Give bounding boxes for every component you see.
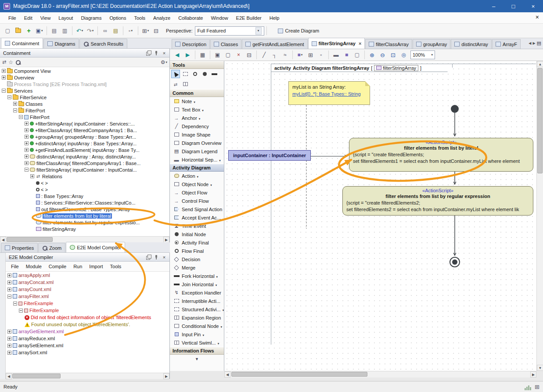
palette-item-dependency[interactable]: Dependency [170,122,224,130]
layout-button[interactable] [140,26,151,36]
scroll-right-icon[interactable] [163,237,169,243]
compiler-menu-compile[interactable]: Compile [45,263,70,270]
chevron-down-icon[interactable] [219,324,222,329]
tab-diagrams[interactable]: Diagrams [43,39,79,48]
palette-item-text-box[interactable]: Text Box [170,105,224,114]
tab-properties[interactable]: Properties [1,243,38,252]
scroll-left-icon[interactable] [224,371,230,378]
tab-e2e-model-compiler[interactable]: E2E Model Compiler [66,242,125,252]
zoom-out-icon[interactable] [378,50,388,60]
oval-select-tool[interactable] [191,70,199,78]
compiler-menu-module[interactable]: Module [22,263,45,270]
close-tab-icon[interactable] [359,41,361,46]
paste-button[interactable] [223,50,233,60]
palette-item-object-flow[interactable]: Object Flow [170,188,224,197]
scroll-left-icon[interactable] [6,373,12,379]
line-style-bezier-button[interactable] [280,50,290,60]
scroll-down-icon[interactable] [537,365,543,371]
snap-button[interactable] [316,50,326,60]
save-button[interactable] [34,26,44,36]
expand-toggle[interactable] [7,330,11,334]
palette-item-decision[interactable]: Decision [170,255,224,263]
expand-toggle[interactable] [25,148,29,152]
compiler-item[interactable]: FilterExample [6,307,169,314]
palette-item-merge[interactable]: Merge [170,263,224,272]
tab-scroll-right-icon[interactable] [532,40,535,46]
show-grid-button[interactable] [306,50,316,60]
chevron-down-icon[interactable] [201,332,204,337]
tree-item[interactable]: FilterService [0,94,169,101]
tree-item[interactable]: filterStringArray [0,226,169,232]
scroll-thumb[interactable] [7,237,53,242]
perspective-select[interactable]: Full Featured ▾ [195,26,264,36]
compiler-menu-tools[interactable]: Tools [107,263,125,270]
fill-color-button[interactable] [295,50,305,60]
hyperlink-button[interactable] [100,26,110,36]
scroll-up-icon[interactable] [537,61,543,67]
diagram-vscrollbar[interactable] [536,61,543,371]
shape-outline-button[interactable] [352,50,362,60]
compiler-item[interactable]: arraySetElement.xml [6,342,169,349]
search-icon[interactable] [15,60,21,65]
redo-button[interactable] [85,26,95,36]
delete-button[interactable] [234,50,244,60]
expand-toggle[interactable] [25,155,29,158]
show-containment-button[interactable] [198,50,208,60]
tree-item[interactable]: Process Tracing [E2E Process Tracing.xml… [0,81,169,87]
anchor-tool[interactable] [171,80,180,88]
tree-item-selected[interactable]: filter elements from list by literal [0,212,169,219]
zoom-selection-icon[interactable] [399,50,409,60]
tab-getfirstandlastelement[interactable]: getFirstAndLastElement [242,39,307,49]
add-element-button[interactable] [24,26,34,36]
menu-e2e-builder[interactable]: E2E Builder [232,14,266,22]
tab-filterclassarray[interactable]: filterClassArray [365,39,412,49]
chevron-down-icon[interactable] [214,282,217,287]
palette-item-initial-node[interactable]: Initial Node [170,230,224,238]
scroll-thumb[interactable] [231,372,367,377]
open-project-button[interactable] [13,26,23,36]
initial-node[interactable] [451,105,459,113]
palette-item-time-event[interactable]: Time Event [170,222,224,230]
palette-item-structured-activity[interactable]: Structured Activi... [170,305,224,313]
chevron-down-icon[interactable] [209,182,212,187]
compiler-item[interactable]: arrayConcat.xml [6,279,169,286]
menu-tools[interactable]: Tools [130,14,149,22]
palette-item-join-horizontal[interactable]: Join Horizontal [170,280,224,288]
tree-item[interactable]: +distinctArray( inputArray : Base Types:… [0,140,169,147]
tab-description[interactable]: Description [172,39,210,49]
chevron-down-icon[interactable] [221,307,224,312]
tree-item[interactable]: filter elements from list by regular exp… [0,219,169,226]
line-width-button[interactable] [331,50,341,60]
compiler-warning-item[interactable]: Found unused output object 'filteredElem… [6,321,169,328]
containment-hscrollbar[interactable] [0,236,169,242]
note-link-text[interactable]: myList[0..*]: Base Types:: String [292,91,366,97]
navigate-forward-button[interactable] [183,50,193,60]
expand-toggle[interactable] [25,122,29,126]
collapse-toggle[interactable] [13,108,17,112]
navigate-back-button[interactable] [172,50,182,60]
pin-panel-icon[interactable] [153,254,160,260]
chevron-down-icon[interactable] [216,340,219,345]
collapse-toggle[interactable] [19,115,23,119]
minimize-button[interactable] [484,0,503,12]
scroll-thumb[interactable] [12,374,61,378]
swimlane-tool[interactable] [181,80,190,88]
palette-scroll-more[interactable] [170,355,224,361]
compiler-item[interactable]: FilterExample [6,300,169,307]
float-panel-icon[interactable] [145,254,152,260]
palette-item-control-flow[interactable]: Control Flow [170,197,224,205]
float-panel-icon[interactable] [145,50,152,56]
compiler-item[interactable]: arrayCount.xml [6,286,169,293]
tab-containment[interactable]: Containment [1,38,43,48]
tree-item[interactable]: : Base Types::Array [0,193,169,199]
menu-window[interactable]: Window [207,14,232,22]
notification-icon[interactable] [535,384,539,390]
tree-item[interactable]: out filteredElements2 : Base Types::Arra… [0,206,169,212]
shape-fill-button[interactable] [342,50,352,60]
expand-toggle[interactable] [13,102,17,106]
palette-item-image-shape[interactable]: Image Shape [170,130,224,139]
pin-panel-icon[interactable] [153,50,160,56]
favorites-icon[interactable] [8,59,13,65]
compiler-menu-run[interactable]: Run [70,263,86,270]
palette-item-conditional-node[interactable]: Conditional Node [170,322,224,330]
